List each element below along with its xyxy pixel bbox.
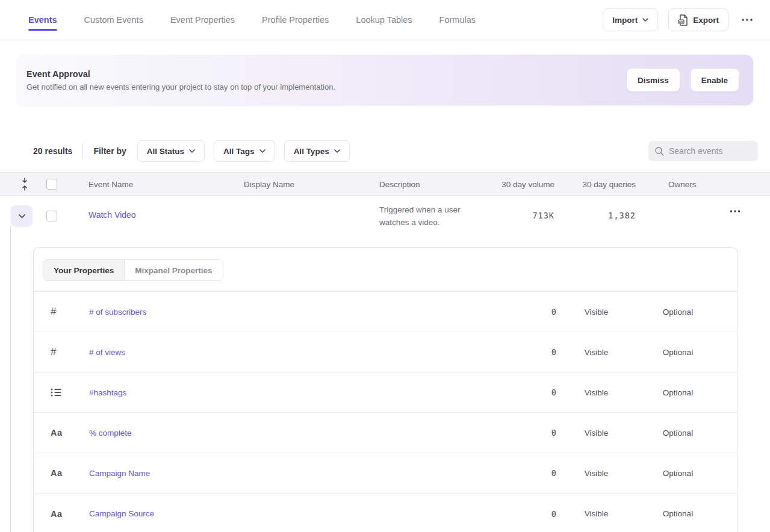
tab-lookup-tables[interactable]: Lookup Tables — [356, 0, 412, 40]
search-icon — [654, 146, 664, 156]
types-filter-label: All Types — [294, 147, 329, 156]
row-more-options-button[interactable] — [727, 208, 743, 215]
tab-custom-events[interactable]: Custom Events — [84, 0, 143, 40]
tab-formulas[interactable]: Formulas — [439, 0, 476, 40]
property-visibility: Visible — [557, 308, 636, 317]
search-box — [648, 141, 758, 161]
property-requirement: Optional — [636, 509, 720, 518]
more-options-button[interactable] — [739, 16, 756, 23]
lexicon-tabs: Events Custom Events Event Properties Pr… — [28, 0, 476, 40]
event-name-link[interactable]: Watch Video — [88, 210, 136, 220]
tags-filter-label: All Tags — [223, 147, 255, 156]
properties-tabs-section: Your Properties Mixpanel Properties — [34, 248, 737, 292]
property-name-link[interactable]: #hashtags — [89, 388, 503, 397]
expanded-row-indicator-line — [10, 226, 11, 532]
dismiss-button[interactable]: Dismiss — [627, 69, 680, 91]
lexicon-page: Events Custom Events Event Properties Pr… — [0, 0, 770, 532]
properties-tab-switcher: Your Properties Mixpanel Properties — [43, 259, 223, 281]
types-filter-dropdown[interactable]: All Types — [284, 140, 350, 162]
property-visibility: Visible — [557, 428, 636, 438]
status-filter-dropdown[interactable]: All Status — [137, 140, 205, 162]
property-requirement: Optional — [636, 428, 720, 438]
event-30day-volume: 713K — [476, 211, 554, 220]
tags-filter-dropdown[interactable]: All Tags — [214, 140, 275, 162]
property-name-link[interactable]: # of views — [89, 348, 503, 357]
column-header-event-name: Event Name — [65, 180, 220, 189]
property-count: 0 — [503, 307, 557, 317]
column-header-display-name: Display Name — [220, 180, 356, 189]
property-count: 0 — [503, 509, 557, 519]
text-type-icon: Aa — [51, 509, 89, 519]
property-visibility: Visible — [557, 509, 636, 518]
event-approval-banner: Event Approval Get notified on all new e… — [17, 55, 753, 105]
tab-custom-events-label: Custom Events — [84, 15, 143, 25]
import-button[interactable]: Import — [603, 8, 658, 31]
property-row: Aa % complete 0 Visible Optional — [34, 413, 737, 453]
property-count: 0 — [503, 468, 557, 478]
divider — [82, 143, 83, 159]
results-count: 20 results — [33, 146, 72, 156]
property-row: Aa Campaign Source 0 Visible Optional — [34, 493, 737, 532]
export-button-label: Export — [693, 16, 719, 25]
property-visibility: Visible — [557, 388, 636, 397]
column-header-volume: 30 day volume — [476, 180, 554, 189]
banner-title: Event Approval — [26, 69, 335, 79]
tab-lookup-tables-label: Lookup Tables — [356, 15, 412, 25]
list-type-icon — [51, 388, 89, 397]
property-name-link[interactable]: Campaign Name — [89, 469, 503, 478]
ellipsis-icon — [730, 210, 741, 212]
tab-profile-properties[interactable]: Profile Properties — [262, 0, 329, 40]
banner-text: Event Approval Get notified on all new e… — [26, 69, 335, 91]
property-name-link[interactable]: % complete — [89, 428, 503, 438]
tab-event-properties[interactable]: Event Properties — [170, 0, 235, 40]
chevron-down-icon — [642, 18, 648, 22]
tab-profile-properties-label: Profile Properties — [262, 15, 329, 25]
property-row: #hashtags 0 Visible Optional — [34, 373, 737, 413]
search-input[interactable] — [669, 146, 752, 156]
row-checkbox[interactable] — [46, 211, 57, 221]
collapse-row-button[interactable] — [11, 205, 33, 227]
number-type-icon: # — [51, 306, 89, 318]
filter-by-label: Filter by — [93, 146, 126, 156]
events-table-header: Event Name Display Name Description 30 d… — [0, 172, 770, 196]
property-requirement: Optional — [636, 308, 720, 317]
text-type-icon: Aa — [51, 468, 89, 478]
top-actions: Import csv Export — [603, 0, 756, 40]
property-name-link[interactable]: Campaign Source — [89, 509, 503, 518]
tab-events-label: Events — [28, 15, 57, 25]
top-nav-bar: Events Custom Events Event Properties Pr… — [0, 0, 770, 40]
tab-formulas-label: Formulas — [439, 15, 476, 25]
property-count: 0 — [503, 347, 557, 357]
tab-event-properties-label: Event Properties — [170, 15, 235, 25]
chevron-down-icon — [19, 214, 25, 218]
collapse-all-button[interactable] — [19, 175, 31, 193]
select-all-checkbox[interactable] — [46, 179, 57, 190]
banner-actions: Dismiss Enable — [627, 69, 739, 91]
column-header-owners: Owners — [636, 180, 716, 189]
property-requirement: Optional — [636, 388, 720, 397]
filter-toolbar: 20 results Filter by All Status All Tags… — [0, 140, 770, 162]
number-type-icon: # — [51, 346, 89, 358]
property-count: 0 — [503, 428, 557, 438]
event-row-watch-video: Watch Video Triggered when a user watche… — [0, 196, 770, 247]
csv-file-icon: csv — [678, 14, 688, 26]
property-row: Aa Campaign Name 0 Visible Optional — [34, 453, 737, 493]
property-visibility: Visible — [557, 469, 636, 478]
event-description: Triggered when a user watches a video. — [379, 205, 461, 227]
import-button-label: Import — [612, 16, 638, 25]
collapse-all-icon — [21, 178, 28, 191]
tab-your-properties[interactable]: Your Properties — [43, 260, 125, 280]
status-filter-label: All Status — [147, 147, 184, 156]
chevron-down-icon — [334, 149, 340, 153]
export-button[interactable]: csv Export — [668, 8, 728, 31]
tab-mixpanel-properties[interactable]: Mixpanel Properties — [125, 260, 222, 280]
event-30day-queries: 1,382 — [554, 211, 636, 220]
chevron-down-icon — [189, 149, 195, 153]
property-name-link[interactable]: # of subscribers — [89, 308, 503, 317]
svg-text:csv: csv — [679, 20, 684, 23]
text-type-icon: Aa — [51, 428, 89, 438]
tab-events[interactable]: Events — [28, 0, 57, 40]
banner-subtitle: Get notified on all new events entering … — [26, 82, 335, 91]
property-count: 0 — [503, 388, 557, 397]
enable-button[interactable]: Enable — [691, 69, 739, 91]
